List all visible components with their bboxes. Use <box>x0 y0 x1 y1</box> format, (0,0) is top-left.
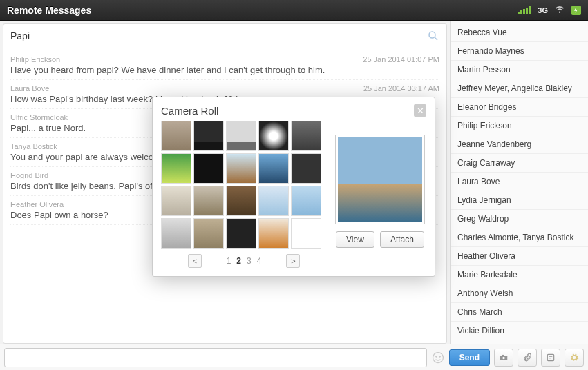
photo-thumb[interactable] <box>161 218 191 249</box>
contact-item[interactable]: Laura Bove <box>451 173 588 191</box>
camera-roll-modal: Camera Roll ✕ <box>152 97 435 277</box>
conversation-header: Papi <box>3 24 446 48</box>
video-thumb[interactable] <box>226 121 256 151</box>
contact-item[interactable]: Jeanne Vandenberg <box>451 135 588 154</box>
page-number[interactable]: 4 <box>257 256 262 266</box>
photo-thumb[interactable] <box>226 218 256 249</box>
modal-title: Camera Roll <box>161 105 414 117</box>
svg-point-3 <box>435 356 437 357</box>
svg-point-6 <box>502 356 505 359</box>
contacts-sidebar: Rebecca Vue Fernando Maynes Martin Pesso… <box>450 21 588 344</box>
contact-item[interactable]: Lydia Jernigan <box>451 191 588 210</box>
contact-item[interactable]: Eleanor Bridges <box>451 98 588 117</box>
contact-item[interactable]: Vickie Dillion <box>451 322 588 340</box>
status-tray: 3G <box>518 4 581 17</box>
view-button[interactable]: View <box>336 231 374 248</box>
photo-thumb[interactable] <box>226 186 256 216</box>
contact-item[interactable]: Anthony Welsh <box>451 284 588 303</box>
battery-icon <box>571 6 581 15</box>
photo-thumb[interactable] <box>258 186 289 216</box>
contact-item[interactable]: Greg Waldrop <box>451 210 588 228</box>
message-sender: Laura Bove <box>10 84 363 92</box>
wifi-icon <box>555 4 565 17</box>
pager: < 1 2 3 4 > <box>161 254 327 268</box>
signal-icon <box>518 6 531 14</box>
photo-thumb[interactable] <box>291 153 321 184</box>
page-number[interactable]: 1 <box>227 256 231 266</box>
svg-rect-7 <box>502 354 504 356</box>
send-button[interactable]: Send <box>449 349 490 366</box>
svg-point-4 <box>439 356 440 357</box>
app-title: Remote Messages <box>7 5 91 16</box>
photo-thumb[interactable] <box>226 153 256 184</box>
photo-thumb[interactable] <box>258 153 289 184</box>
message-sender: Philip Erickson <box>10 55 363 64</box>
emoji-icon[interactable] <box>431 351 445 364</box>
photo-thumb[interactable] <box>193 186 224 216</box>
contact-item[interactable]: Charles Almonte, Tanya Bostick <box>451 228 588 247</box>
page-next-button[interactable]: > <box>286 254 300 268</box>
svg-line-1 <box>435 37 437 40</box>
contact-item[interactable]: Philip Erickson <box>451 117 588 135</box>
network-3g-label: 3G <box>538 6 548 14</box>
message-body: Have you heard from papi? We have dinner… <box>10 65 439 75</box>
attach-file-button[interactable] <box>518 349 537 367</box>
contact-item[interactable]: Martin Pesson <box>451 61 588 79</box>
contact-item[interactable]: Craig Carraway <box>451 154 588 173</box>
compose-input[interactable] <box>4 348 427 367</box>
page-prev-button[interactable]: < <box>188 254 202 268</box>
message-item[interactable]: Philip Erickson25 Jan 2014 01:07 PM Have… <box>10 51 439 80</box>
app-header: Remote Messages 3G <box>0 0 588 21</box>
photo-thumb[interactable] <box>161 153 191 184</box>
photo-thumb[interactable] <box>193 218 224 249</box>
thumbnail-grid: < 1 2 3 4 > <box>161 121 327 268</box>
template-button[interactable] <box>541 349 560 367</box>
contact-item[interactable]: Fernando Maynes <box>451 42 588 61</box>
search-icon[interactable] <box>427 30 439 42</box>
contact-item[interactable]: Rebecca Vue <box>451 23 588 42</box>
photo-thumb[interactable] <box>161 121 191 151</box>
conversation-title: Papi <box>10 30 427 41</box>
attach-button[interactable]: Attach <box>380 231 424 248</box>
preview-column: View Attach <box>334 121 426 268</box>
svg-point-2 <box>433 352 443 362</box>
photo-thumb[interactable] <box>258 218 289 249</box>
photo-thumb[interactable] <box>258 121 289 151</box>
compose-bar: Send <box>0 344 588 370</box>
photo-thumb[interactable] <box>161 186 191 216</box>
page-number-current[interactable]: 2 <box>236 256 241 266</box>
photo-preview <box>335 135 425 224</box>
message-time: 25 Jan 2014 03:17 AM <box>363 84 439 92</box>
photo-thumb[interactable] <box>291 218 321 249</box>
photo-thumb[interactable] <box>193 153 224 184</box>
contact-item[interactable]: Chris March <box>451 303 588 322</box>
photo-thumb[interactable] <box>291 121 321 151</box>
message-time: 25 Jan 2014 01:07 PM <box>363 55 439 64</box>
svg-point-0 <box>429 32 435 38</box>
camera-button[interactable] <box>494 349 513 367</box>
page-number[interactable]: 3 <box>247 256 252 266</box>
contact-item[interactable]: Jeffrey Meyer, Angelica Blakley <box>451 79 588 98</box>
video-thumb[interactable] <box>193 121 224 151</box>
contact-item[interactable]: Marie Barksdale <box>451 266 588 284</box>
contact-item[interactable]: Heather Olivera <box>451 247 588 266</box>
photo-thumb[interactable] <box>291 186 321 216</box>
close-icon[interactable]: ✕ <box>414 104 426 117</box>
settings-button[interactable] <box>565 349 584 367</box>
